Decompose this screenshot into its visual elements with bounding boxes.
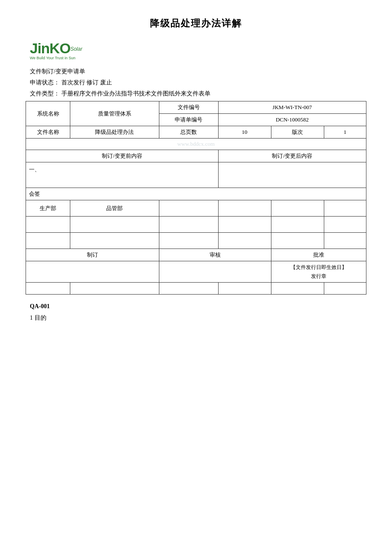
type-line: 文件类型： 手册程序文件作业办法指导书技术文件图纸外来文件表单 — [30, 90, 366, 98]
logo-brand: JinKO — [30, 40, 70, 56]
cell-docname-value: 降级品处理办法 — [70, 126, 159, 139]
cell-last-4 — [218, 283, 271, 295]
cell-dept1: 生产部 — [26, 200, 70, 217]
cell-ds1-6 — [324, 217, 366, 233]
cell-make-sign — [26, 261, 159, 283]
table-row-system: 系统名称 质量管理体系 文件编号 JKM-WI-TN-007 — [26, 101, 366, 114]
cell-ds2-2 — [70, 233, 159, 249]
cell-system-value: 质量管理体系 — [70, 101, 159, 126]
effective-text: 【文件发行日即生效日】 — [274, 264, 363, 271]
cell-review-sign — [159, 261, 271, 283]
cell-ds2-1 — [26, 233, 70, 249]
cell-dept6 — [324, 200, 366, 217]
cell-docname-label: 文件名称 — [26, 126, 70, 139]
form-table: 系统名称 质量管理体系 文件编号 JKM-WI-TN-007 申请单编号 DCN… — [26, 101, 366, 295]
cell-version-label: 版次 — [271, 126, 324, 139]
cell-last-2 — [70, 283, 159, 295]
cell-ds2-5 — [271, 233, 324, 249]
table-row-watermark: www.bddcx.com — [26, 139, 366, 150]
cell-ds1-3 — [159, 217, 218, 233]
cell-sign-label: 会签 — [26, 188, 366, 200]
logo-solar: Solar — [70, 46, 82, 52]
cell-ds1-4 — [218, 217, 271, 233]
cell-pages-value: 10 — [218, 126, 271, 139]
cell-dept4 — [218, 200, 271, 217]
cell-effective-info: 【文件发行日即生效日】 发行章 — [271, 261, 366, 283]
footer-section-label: 1 目的 — [30, 314, 366, 322]
cell-dept3 — [159, 200, 218, 217]
cell-dept2: 品管部 — [70, 200, 159, 217]
table-row-change-header: 制订/变更前内容 制订/变更后内容 — [26, 150, 366, 162]
table-row-change-content: 一、 — [26, 162, 366, 188]
cell-dept5 — [271, 200, 324, 217]
cell-approve-label: 批准 — [271, 249, 366, 261]
seal-text: 发行章 — [274, 273, 363, 280]
type-label: 文件类型： — [30, 90, 60, 97]
status-label: 申请状态： — [30, 79, 60, 86]
type-options: 手册程序文件作业办法指导书技术文件图纸外来文件表单 — [61, 90, 210, 97]
cell-ds2-6 — [324, 233, 366, 249]
cell-review-label: 审核 — [159, 249, 271, 261]
status-options: 首次发行 修订 废止 — [61, 79, 112, 86]
cell-last-6 — [324, 283, 366, 295]
table-row-sign-label: 会签 — [26, 188, 366, 200]
cell-reqnum-label: 申请单编号 — [159, 114, 218, 126]
table-row-last — [26, 283, 366, 295]
cell-ds1-5 — [271, 217, 324, 233]
cell-change-before-content: 一、 — [26, 162, 219, 188]
cell-docnum-value: JKM-WI-TN-007 — [218, 101, 366, 114]
table-row-approver-labels: 制订 审核 批准 — [26, 249, 366, 261]
cell-ds1-2 — [70, 217, 159, 233]
cell-system-label: 系统名称 — [26, 101, 70, 126]
table-row-dept-sign1 — [26, 217, 366, 233]
logo-area: JinKOSolar We Build Your Trust in Sun — [30, 40, 366, 60]
cell-ds2-3 — [159, 233, 218, 249]
logo-tagline: We Build Your Trust in Sun — [30, 56, 82, 60]
cell-ds2-4 — [218, 233, 271, 249]
meta-section: 文件制订/变更申请单 申请状态： 首次发行 修订 废止 文件类型： 手册程序文件… — [30, 68, 366, 98]
status-line: 申请状态： 首次发行 修订 废止 — [30, 79, 366, 87]
table-row-docname: 文件名称 降级品处理办法 总页数 10 版次 1 — [26, 126, 366, 139]
cell-change-before-header: 制订/变更前内容 — [26, 150, 219, 162]
table-row-dept-header: 生产部 品管部 — [26, 200, 366, 217]
cell-change-after-content — [218, 162, 366, 188]
page-title: 降级品处理办法详解 — [26, 17, 366, 30]
cell-make-label: 制订 — [26, 249, 159, 261]
cell-ds1-1 — [26, 217, 70, 233]
cell-docnum-label: 文件编号 — [159, 101, 218, 114]
form-title-label: 文件制订/变更申请单 — [30, 68, 366, 75]
cell-last-1 — [26, 283, 70, 295]
table-row-dept-sign2 — [26, 233, 366, 249]
cell-change-after-header: 制订/变更后内容 — [218, 150, 366, 162]
table-row-effective: 【文件发行日即生效日】 发行章 — [26, 261, 366, 283]
watermark-cell: www.bddcx.com — [26, 139, 366, 150]
company-logo: JinKOSolar We Build Your Trust in Sun — [30, 40, 82, 60]
cell-last-3 — [159, 283, 218, 295]
cell-reqnum-value: DCN-1000582 — [218, 114, 366, 126]
cell-last-5 — [271, 283, 324, 295]
cell-version-value: 1 — [324, 126, 366, 139]
footer-section: QA-001 1 目的 — [30, 303, 366, 322]
cell-pages-label: 总页数 — [159, 126, 218, 139]
footer-code: QA-001 — [30, 303, 366, 310]
